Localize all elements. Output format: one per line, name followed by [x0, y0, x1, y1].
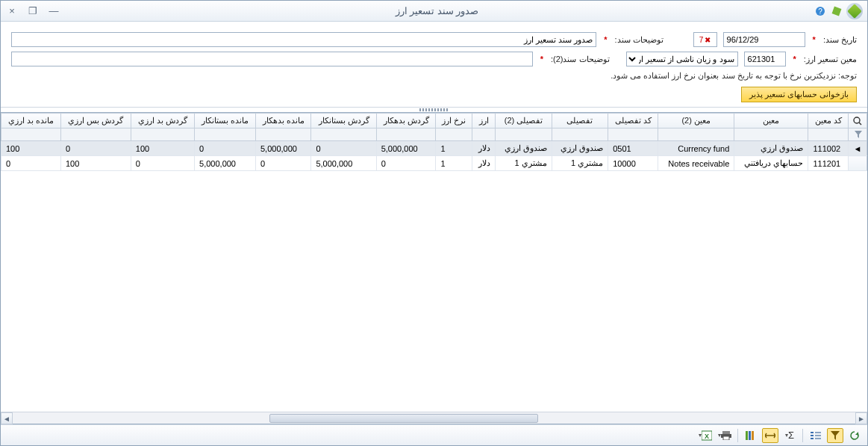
col-header[interactable]: ارز: [472, 114, 496, 128]
cell: مشتري 1: [552, 156, 608, 171]
desc2-input[interactable]: [11, 52, 533, 66]
svg-rect-16: [723, 436, 729, 440]
cell: 0: [311, 141, 376, 156]
cell: صندوق ارزي: [552, 141, 608, 156]
cell: 111201: [808, 156, 849, 171]
search-column-header[interactable]: [849, 114, 867, 128]
close-icon[interactable]: ×: [5, 4, 19, 18]
cell: Notes receivable: [658, 156, 734, 171]
col-header[interactable]: مانده بدهکار: [255, 114, 310, 128]
titlebar: × ❐ — صدور سند تسعیر ارز ?: [1, 1, 867, 22]
desc-input[interactable]: [11, 32, 596, 47]
date-input[interactable]: [723, 32, 805, 47]
scroll-left-icon[interactable]: ◄: [1, 412, 13, 424]
calendar-icon-2: 7: [699, 36, 704, 44]
date-picker-button[interactable]: ✖ 7: [693, 32, 717, 47]
col-header[interactable]: گردش بستانکار: [311, 114, 376, 128]
desc-label: توضیحات سند:: [614, 35, 663, 45]
splitter-handle-icon: [419, 108, 449, 111]
col-header[interactable]: کد تفصیلی: [608, 114, 658, 128]
titlebar-tools: ?: [814, 3, 863, 19]
svg-rect-14: [722, 431, 730, 434]
maximize-icon[interactable]: ❐: [26, 4, 40, 18]
separator: [737, 429, 738, 442]
autofit-button[interactable]: [762, 428, 778, 443]
svg-rect-7: [811, 438, 814, 439]
svg-rect-10: [815, 438, 821, 439]
col-header[interactable]: گردش بدهکار: [376, 114, 436, 128]
table-row[interactable]: ◄ 111002 صندوق ارزي Currency fund 0501 ص…: [1, 141, 867, 156]
cell: 0: [376, 156, 436, 171]
acc-label: معین تسعیر ارز:: [804, 55, 857, 64]
acc-select[interactable]: سود و زیان ناشی از تسعیر ار: [626, 52, 738, 66]
row-indicator: [849, 156, 867, 171]
cell: 5,000,000: [255, 141, 310, 156]
help-icon[interactable]: ?: [814, 4, 827, 18]
cell: 1: [436, 141, 472, 156]
chevron-down-icon: ▾: [785, 432, 788, 439]
col-header[interactable]: مانده بد ارزي: [1, 114, 61, 128]
horizontal-scrollbar[interactable]: ◄ ►: [1, 412, 867, 424]
sigma-button[interactable]: Σ ▾: [781, 428, 798, 443]
cell: 5,000,000: [376, 141, 436, 156]
filter-row[interactable]: [1, 128, 867, 141]
form-area: تاریخ سند: * ✖ 7 توضیحات سند: * معین تسع…: [1, 22, 867, 108]
cell: 100: [131, 141, 194, 156]
settings-icon[interactable]: [830, 4, 843, 18]
col-header[interactable]: تفصیلی: [552, 114, 608, 128]
cell: 111002: [808, 141, 849, 156]
note-text: توجه: نزدیکترین نرخ با توجه به تاریخ سند…: [11, 71, 857, 81]
col-header[interactable]: گردش بس ارزي: [60, 114, 131, 128]
data-grid[interactable]: کد معین معین معین (2) کد تفصیلی تفصیلی ت…: [1, 113, 867, 412]
svg-rect-8: [815, 432, 821, 433]
col-header[interactable]: گردش بد ارزي: [131, 114, 194, 128]
svg-text:?: ?: [818, 7, 822, 16]
col-header[interactable]: کد معین: [808, 114, 849, 128]
svg-rect-6: [811, 435, 814, 436]
col-header[interactable]: معین: [734, 114, 808, 128]
cell: 10000: [608, 156, 658, 171]
cell: دلار: [472, 156, 496, 171]
svg-rect-2: [832, 6, 842, 16]
columns-button[interactable]: [743, 428, 759, 443]
required-mark: *: [793, 55, 796, 64]
required-mark: *: [604, 35, 607, 44]
col-header[interactable]: تفصیلی (2): [496, 114, 552, 128]
filter-icon-cell[interactable]: [849, 128, 867, 141]
cell: صندوق ارزي: [734, 141, 808, 156]
acc-code-input[interactable]: [744, 52, 786, 66]
col-header[interactable]: مانده بستانکار: [195, 114, 256, 128]
print-button[interactable]: ▾: [716, 428, 733, 443]
cell: 5,000,000: [195, 156, 256, 171]
col-header[interactable]: نرخ ارز: [436, 114, 472, 128]
required-mark: *: [540, 55, 543, 64]
window-controls: × ❐ —: [5, 4, 60, 18]
calendar-icon: ✖: [705, 36, 711, 44]
filter-button[interactable]: [827, 428, 843, 443]
group-button[interactable]: [808, 428, 824, 443]
col-header[interactable]: معین (2): [658, 114, 734, 128]
window-title: صدور سند تسعیر ارز: [60, 5, 814, 16]
svg-text:X: X: [705, 433, 709, 440]
chevron-down-icon: ▾: [699, 432, 702, 439]
scroll-right-icon[interactable]: ►: [855, 412, 867, 424]
minimize-icon[interactable]: —: [47, 4, 60, 18]
cell: Currency fund: [658, 141, 734, 156]
cell: 0: [131, 156, 194, 171]
window: × ❐ — صدور سند تسعیر ارز ? تاریخ سند: * …: [0, 0, 868, 446]
row-indicator-icon: ◄: [849, 141, 867, 156]
cell: 5,000,000: [311, 156, 376, 171]
desc2-label: توضیحات سند(2):: [551, 55, 610, 64]
table-row[interactable]: 111201 حسابهاي دريافتني Notes receivable…: [1, 156, 867, 171]
scroll-thumb[interactable]: [269, 414, 538, 423]
cell: 0: [60, 141, 131, 156]
cell: 0501: [608, 141, 658, 156]
refresh-button[interactable]: [846, 428, 863, 443]
chevron-down-icon: ▾: [718, 432, 721, 439]
reload-accounts-button[interactable]: بازخوانی حسابهای تسعیر پذیر: [741, 87, 857, 102]
excel-button[interactable]: X ▾: [697, 428, 714, 443]
cell: 100: [1, 141, 61, 156]
grid-wrap: کد معین معین معین (2) کد تفصیلی تفصیلی ت…: [1, 112, 867, 424]
svg-rect-9: [815, 435, 821, 436]
header-row: کد معین معین معین (2) کد تفصیلی تفصیلی ت…: [1, 114, 867, 128]
